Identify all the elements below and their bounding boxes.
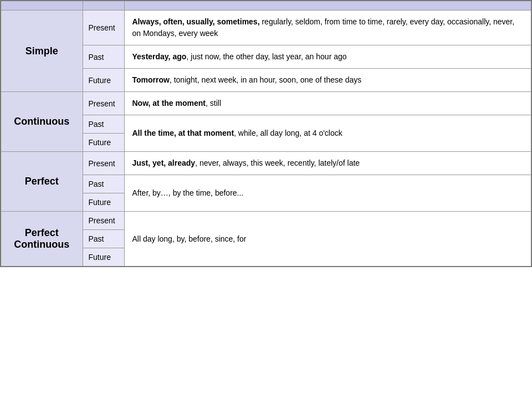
tense-cell: Past (83, 230, 124, 248)
content-cell: Now, at the moment, still (124, 92, 531, 115)
content-cell: All day long, by, before, since, for (124, 212, 531, 267)
header-circumstances (124, 1, 531, 11)
tense-cell: Present (83, 212, 124, 230)
tense-cell: Future (83, 193, 124, 212)
group-cell-perfect-continuous: Perfect Continuous (1, 212, 83, 267)
tense-cell: Future (83, 69, 124, 92)
tense-cell: Present (83, 11, 124, 45)
table-row: SimplePresentAlways, often, usually, som… (1, 11, 531, 45)
header-time (83, 1, 124, 11)
table-row: ContinuousPresentNow, at the moment, sti… (1, 92, 531, 115)
tense-cell: Past (83, 45, 124, 69)
content-cell: All the time, at that moment, while, all… (124, 115, 531, 152)
header-group (1, 1, 83, 11)
content-cell: Just, yet, already, never, always, this … (124, 152, 531, 175)
content-cell: Yesterday, ago, just now, the other day,… (124, 45, 531, 69)
tense-cell: Future (83, 134, 124, 152)
table-row: Perfect ContinuousPresentAll day long, b… (1, 212, 531, 230)
main-table: SimplePresentAlways, often, usually, som… (0, 0, 532, 267)
tense-cell: Present (83, 152, 124, 175)
group-cell-perfect: Perfect (1, 152, 83, 212)
content-cell: Always, often, usually, sometimes, regul… (124, 11, 531, 45)
group-cell-continuous: Continuous (1, 92, 83, 152)
table-row: PerfectPresentJust, yet, already, never,… (1, 152, 531, 175)
group-cell-simple: Simple (1, 11, 83, 92)
tense-cell: Present (83, 92, 124, 115)
tense-cell: Past (83, 175, 124, 193)
header-row (1, 1, 531, 11)
content-cell: Tomorrow, tonight, next week, in an hour… (124, 69, 531, 92)
content-cell: After, by…, by the time, before... (124, 175, 531, 212)
tense-cell: Past (83, 115, 124, 134)
tense-cell: Future (83, 248, 124, 267)
